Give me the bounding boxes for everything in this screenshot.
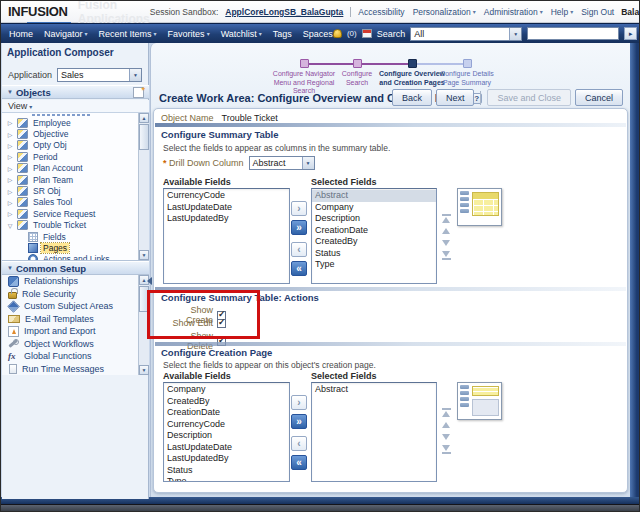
worklist-icon[interactable] — [362, 29, 372, 38]
topbar-link[interactable]: Sign Out▾ — [581, 7, 614, 17]
list-item[interactable]: Status — [312, 248, 436, 260]
navbar-item[interactable]: Home▾ — [9, 29, 33, 39]
list-item[interactable]: CreationDate — [312, 225, 436, 237]
move-down-button[interactable] — [442, 433, 451, 441]
summary-selected-listbox[interactable]: AbstractCompanyDescriptionCreationDateCr… — [311, 188, 437, 284]
expand-icon[interactable] — [6, 119, 14, 126]
move-all-right-button[interactable]: » — [291, 220, 307, 235]
list-item[interactable]: CreationDate — [164, 407, 289, 419]
move-all-right-button[interactable]: » — [291, 414, 307, 429]
common-setup-item[interactable]: Relationships — [8, 275, 149, 288]
session-sandbox-link[interactable]: ApplCoreLongSB_BalaGupta — [225, 7, 343, 17]
move-all-left-button[interactable]: « — [291, 455, 307, 470]
common-setup-item[interactable]: E-Mail Templates — [8, 313, 149, 326]
expand-icon[interactable] — [6, 199, 14, 206]
expand-icon[interactable] — [6, 176, 14, 183]
search-input[interactable] — [527, 27, 619, 40]
expand-icon[interactable] — [6, 153, 14, 160]
move-all-left-button[interactable]: « — [291, 261, 307, 276]
topbar-link[interactable]: Help▾ — [551, 7, 574, 17]
tree-item-object[interactable]: Opty Obj — [6, 140, 149, 151]
expand-icon[interactable] — [6, 131, 14, 138]
tree-view-menu[interactable]: View ▾ — [2, 100, 149, 113]
list-item[interactable]: CreatedBy — [312, 236, 436, 248]
scroll-down-icon[interactable]: ▼ — [139, 365, 149, 375]
list-item[interactable]: Company — [164, 384, 289, 396]
move-to-bottom-button[interactable] — [442, 251, 451, 259]
expand-icon[interactable] — [6, 142, 14, 149]
train-stop[interactable]: Configure Navigator Menu and Regional Se… — [267, 59, 341, 96]
list-item[interactable]: Type — [164, 476, 289, 482]
application-select[interactable]: Sales ▼ — [57, 68, 142, 82]
list-item[interactable]: CurrencyCode — [164, 190, 289, 202]
navbar-item[interactable]: Spaces▾ — [303, 29, 333, 39]
list-item[interactable]: Abstract — [312, 190, 436, 202]
navbar-item[interactable]: Tags▾ — [273, 29, 292, 39]
tree-scrollbar[interactable]: ▲ ▼ — [138, 113, 149, 260]
navbar-item[interactable]: Watchlist▾ — [221, 29, 262, 39]
tree-item-child[interactable]: Actions and Links — [28, 254, 149, 261]
move-up-button[interactable] — [442, 227, 451, 235]
tree-item-object[interactable]: SR Obj — [6, 185, 149, 196]
tree-item-child[interactable]: Fields — [28, 231, 149, 242]
summary-available-listbox[interactable]: CurrencyCodeLastUpdateDateLastUpdatedBy — [163, 188, 290, 284]
list-item[interactable]: LastUpdatedBy — [164, 213, 289, 225]
list-item[interactable]: LastUpdatedBy — [164, 453, 289, 465]
topbar-link[interactable]: Personalization▾ — [413, 7, 476, 17]
list-item[interactable]: LastUpdateDate — [164, 442, 289, 454]
notifications-bell-icon[interactable] — [333, 29, 342, 38]
list-item[interactable]: Abstract — [312, 384, 436, 396]
navbar-item[interactable]: Recent Items▾ — [99, 29, 157, 39]
move-to-top-button[interactable] — [442, 215, 451, 223]
creation-selected-listbox[interactable]: Abstract — [311, 382, 437, 482]
move-selected-right-button[interactable]: › — [291, 395, 307, 410]
move-selected-left-button[interactable]: ‹ — [291, 242, 307, 257]
expand-icon[interactable] — [6, 188, 14, 195]
tree-item-object[interactable]: Employee — [6, 117, 149, 128]
navbar-item[interactable]: Navigator▾ — [44, 29, 88, 39]
scroll-down-icon[interactable]: ▼ — [139, 250, 149, 260]
back-button[interactable]: Back — [392, 89, 432, 106]
move-selected-left-button[interactable]: ‹ — [291, 436, 307, 451]
list-item[interactable]: LastUpdateDate — [164, 202, 289, 214]
common-setup-header[interactable]: ▼ Common Setup — [2, 261, 149, 275]
common-setup-item[interactable]: Global Functions — [8, 350, 149, 363]
tree-item-object[interactable]: Plan Team — [6, 174, 149, 185]
show-action-checkbox-row[interactable]: Show Edit ✓ — [163, 318, 226, 328]
common-setup-item[interactable]: Role Security — [8, 288, 149, 301]
common-setup-item[interactable]: Run Time Messages — [8, 363, 149, 376]
cancel-button[interactable]: Cancel — [575, 89, 623, 106]
creation-available-listbox[interactable]: CompanyCreatedByCreationDateCurrencyCode… — [163, 382, 290, 482]
train-stop[interactable]: Configure Details Page Summary — [435, 59, 499, 87]
scroll-up-icon[interactable]: ▲ — [139, 113, 149, 123]
search-scope-select[interactable]: All ▼ — [410, 27, 522, 41]
save-and-close-button[interactable]: Save and Close — [487, 89, 571, 106]
list-item[interactable]: Type — [312, 259, 436, 271]
drill-down-select[interactable]: Abstract ▼ — [249, 156, 315, 170]
move-up-button[interactable] — [442, 421, 451, 429]
tree-item-object[interactable]: Plan Account — [6, 163, 149, 174]
objects-section-header[interactable]: ▼ Objects — [2, 85, 149, 99]
new-object-icon[interactable] — [133, 87, 144, 98]
checkbox[interactable]: ✓ — [217, 319, 226, 328]
move-to-bottom-button[interactable] — [442, 445, 451, 453]
next-button[interactable]: Next — [436, 89, 475, 106]
tree-item-object[interactable]: Period — [6, 151, 149, 162]
move-down-button[interactable] — [442, 239, 451, 247]
expand-icon[interactable] — [6, 222, 14, 229]
common-setup-item[interactable]: Object Workflows — [8, 338, 149, 351]
list-item[interactable]: Description — [312, 213, 436, 225]
move-selected-right-button[interactable]: › — [291, 201, 307, 216]
tree-item-child[interactable]: Pages — [28, 242, 149, 253]
topbar-link[interactable]: Administration▾ — [484, 7, 543, 17]
tree-item-object[interactable]: Service Request — [6, 208, 149, 219]
scrollbar-thumb[interactable] — [139, 124, 149, 150]
list-item[interactable]: Company — [312, 202, 436, 214]
list-item[interactable]: CreatedBy — [164, 396, 289, 408]
topbar-link[interactable]: Accessibility▾ — [358, 7, 404, 17]
common-setup-item[interactable]: Custom Subject Areas — [8, 300, 149, 313]
navbar-item[interactable]: Favorites▾ — [168, 29, 210, 39]
move-to-top-button[interactable] — [442, 409, 451, 417]
common-setup-scrollbar[interactable]: ▲ ▼ — [138, 275, 149, 375]
search-go-button[interactable]: ► — [624, 27, 637, 40]
